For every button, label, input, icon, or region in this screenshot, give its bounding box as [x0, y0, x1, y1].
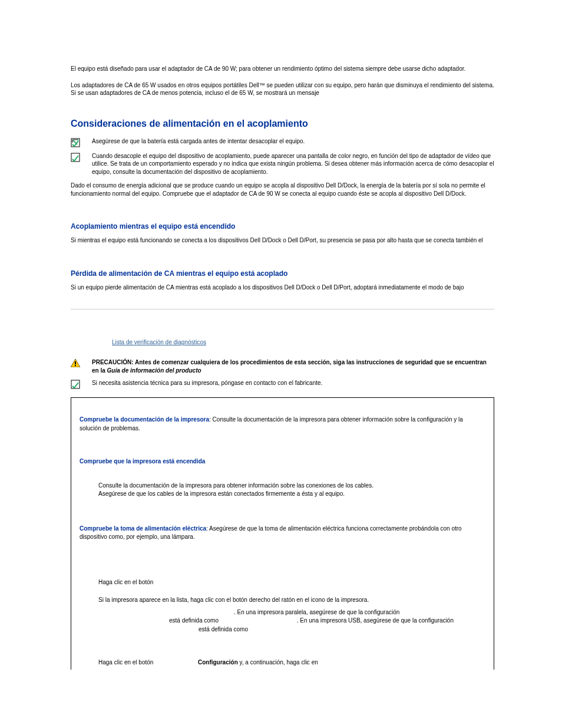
link-block: Lista de verificación de diagnósticos [112, 339, 494, 345]
consider-paragraph: Dado el consumo de energía adicional que… [71, 182, 494, 197]
note-icon [71, 138, 81, 147]
troubleshoot-table: Compruebe la documentación de la impreso… [71, 397, 494, 670]
row-label: Compruebe que la impresora está encendid… [80, 458, 205, 465]
note-row-1: Asegúrese de que la batería está cargada… [71, 137, 494, 147]
svg-rect-3 [75, 361, 76, 364]
note-text-3: Si necesita asistencia técnica para su i… [92, 379, 494, 387]
row-text: y, a continuación, haga clic en [238, 659, 318, 666]
note-icon [71, 153, 81, 162]
row-text-bold: Configuración [198, 659, 238, 666]
heading-power-loss: Pérdida de alimentación de CA mientras e… [71, 269, 494, 278]
note-icon [71, 380, 81, 389]
row-text: Si la impresora aparece en la lista, hag… [98, 596, 485, 605]
row-label: Compruebe la toma de alimentación eléctr… [80, 525, 206, 532]
caution-text: PRECAUCIÓN: Antes de comenzar cualquiera… [92, 358, 494, 374]
row-text: Consulte la documentación de la impresor… [98, 482, 485, 490]
dock-on-paragraph: Si mientras el equipo está funcionando s… [71, 236, 494, 245]
row-text: . En una impresora paralela, asegúrese d… [234, 609, 399, 615]
intro-paragraph-1: El equipo está diseñado para usar el ada… [71, 65, 494, 73]
document-page: El equipo está diseñado para usar el ada… [0, 0, 562, 705]
row-text: está definida como [98, 617, 220, 624]
note-text-2: Cuando desacople el equipo del dispositi… [92, 152, 494, 176]
caution-row: PRECAUCIÓN: Antes de comenzar cualquiera… [71, 358, 494, 374]
row-text: Haga clic en el botón [98, 578, 485, 587]
row-text: Haga clic en el botón [98, 659, 153, 666]
table-row: Compruebe que la impresora está encendid… [71, 440, 494, 473]
row-label: Compruebe la documentación de la impreso… [80, 416, 209, 423]
divider [71, 309, 494, 309]
note-text-1: Asegúrese de que la batería está cargada… [92, 137, 494, 146]
table-row: Compruebe la toma de alimentación eléctr… [71, 515, 494, 549]
diagnostics-link[interactable]: Lista de verificación de diagnósticos [112, 339, 206, 345]
table-row: Haga clic en el botón Si la impresora ap… [71, 549, 494, 641]
heading-consideraciones: Consideraciones de alimentación en el ac… [71, 118, 494, 129]
table-row: Haga clic en el botón Configuración y, a… [71, 641, 494, 670]
caution-label: PRECAUCIÓN: [92, 359, 135, 365]
table-row: Consulte la documentación de la impresor… [71, 473, 494, 515]
caution-icon [71, 359, 81, 367]
note-row-3: Si necesita asistencia técnica para su i… [71, 379, 494, 389]
caution-ital: Guía de información del producto [107, 367, 201, 374]
row-text: Asegúrese de que los cables de la impres… [98, 490, 485, 499]
table-row: Compruebe la documentación de la impreso… [71, 398, 494, 440]
note-row-2: Cuando desacople el equipo del dispositi… [71, 152, 494, 176]
row-text: está definida como [199, 626, 248, 633]
power-loss-paragraph: Si un equipo pierde alimentación de CA m… [71, 284, 494, 292]
svg-rect-4 [75, 365, 76, 366]
row-text: . En una impresora USB, asegúrese de que… [220, 617, 454, 624]
intro-paragraph-2: Los adaptadores de CA de 65 W usados en … [71, 81, 494, 97]
heading-dock-on: Acoplamiento mientras el equipo está enc… [71, 222, 494, 230]
